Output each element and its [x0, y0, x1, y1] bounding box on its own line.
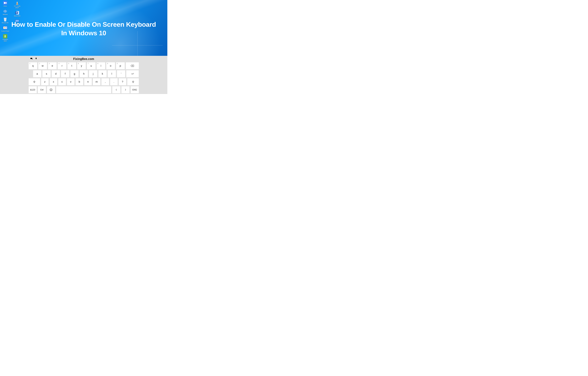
key-s[interactable]: s — [42, 70, 51, 77]
svg-text:W: W — [16, 12, 17, 14]
desktop-icon-label: VLC media player — [13, 5, 21, 9]
network-icon — [3, 9, 7, 13]
key-q[interactable]: 1q — [28, 62, 38, 69]
key-r[interactable]: 4r — [57, 62, 66, 69]
key-k[interactable]: k — [98, 70, 107, 77]
on-screen-keyboard: FixingBee.com 1q2w3e4r5t6y7u8i9o0p asdfg… — [0, 56, 167, 94]
desktop-icon-label: Word 2016 — [14, 15, 20, 17]
key-e[interactable]: 3e — [48, 62, 57, 69]
key-period[interactable]: . — [110, 78, 118, 85]
svg-point-32 — [51, 89, 52, 90]
zoom-icon — [3, 1, 7, 5]
key-ctrl[interactable]: Ctrl — [38, 86, 46, 94]
svg-rect-12 — [17, 2, 18, 2]
desktop-icon-label: Network — [3, 14, 8, 15]
osk-title: FixingBee.com — [28, 57, 139, 61]
key-apostrophe[interactable]: ' — [117, 70, 125, 77]
key-x[interactable]: x — [50, 78, 57, 85]
key-o[interactable]: 9o — [106, 62, 115, 69]
key-h[interactable]: h — [79, 70, 88, 77]
word-icon: W — [15, 10, 19, 15]
osk-toolbar: FixingBee.com — [28, 56, 139, 61]
headline-line2: In Windows 10 — [0, 29, 167, 37]
key-z[interactable]: z — [41, 78, 49, 85]
headline-line1: How to Enable Or Disable On Screen Keybo… — [0, 21, 167, 28]
key-a[interactable]: a — [33, 70, 42, 77]
close-icon[interactable] — [138, 58, 140, 60]
key-l[interactable]: l — [107, 70, 116, 77]
key-n[interactable]: n — [84, 78, 92, 85]
desktop-icon-zoom[interactable]: Zoom — [1, 1, 10, 7]
key-emoji[interactable] — [47, 86, 55, 94]
key-v[interactable]: v — [67, 78, 75, 85]
key-t[interactable]: 5t — [67, 62, 76, 69]
key-left[interactable] — [112, 86, 120, 94]
svg-rect-13 — [17, 3, 18, 3]
key-space[interactable] — [56, 86, 111, 94]
desktop-icon-vlc[interactable]: VLC media player — [13, 1, 21, 9]
key-i[interactable]: 8i — [96, 62, 106, 69]
desktop-icon-network[interactable]: Network — [1, 9, 10, 15]
key-g[interactable]: g — [70, 70, 79, 77]
svg-rect-1 — [4, 2, 6, 4]
page-headline: How to Enable Or Disable On Screen Keybo… — [0, 21, 167, 37]
key-right[interactable] — [121, 86, 130, 94]
key-f[interactable]: f — [61, 70, 69, 77]
desktop-icon-label: Camtasia 2019 — [1, 39, 10, 42]
key-d[interactable]: d — [52, 70, 60, 77]
key-c[interactable]: c — [58, 78, 66, 85]
svg-rect-4 — [4, 18, 7, 18]
key-shift-right[interactable] — [127, 78, 139, 85]
key-y[interactable]: 6y — [77, 62, 86, 69]
key-backspace[interactable] — [126, 62, 139, 69]
desktop-wallpaper: ZoomNetworkRecycle BinControl PanelCamta… — [0, 0, 167, 56]
key-enter[interactable] — [126, 70, 139, 77]
key-w[interactable]: 2w — [38, 62, 47, 69]
svg-rect-14 — [16, 4, 18, 5]
keyboard-grid: 1q2w3e4r5t6y7u8i9o0p asdfghjkl' zxcvbnm,… — [28, 62, 139, 94]
svg-point-30 — [50, 89, 52, 91]
key-shift-left[interactable] — [28, 78, 40, 85]
key-language[interactable]: ENG — [130, 86, 139, 94]
desktop-icon-word[interactable]: WWord 2016 — [13, 10, 21, 17]
key-question[interactable]: ? — [118, 78, 127, 85]
key-b[interactable]: b — [75, 78, 83, 85]
key-u[interactable]: 7u — [87, 62, 96, 69]
svg-point-31 — [51, 89, 51, 90]
key-comma[interactable]: , — [101, 78, 109, 85]
key-j[interactable]: j — [89, 70, 97, 77]
desktop-icon-label: Zoom — [3, 5, 7, 7]
vlc-icon — [15, 1, 19, 5]
key-p[interactable]: 0p — [116, 62, 125, 69]
key-m[interactable]: m — [93, 78, 101, 85]
key-numsym[interactable]: &123 — [28, 86, 37, 94]
